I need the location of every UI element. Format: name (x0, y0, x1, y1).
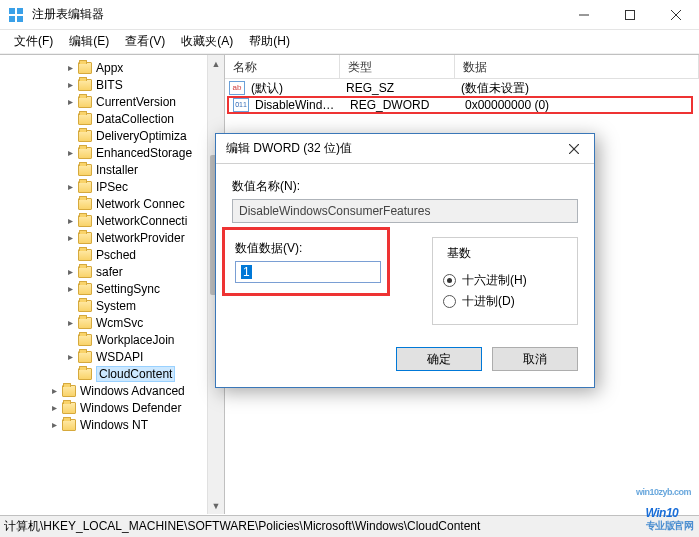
tree-item[interactable]: ▸CurrentVersion (0, 93, 224, 110)
tree-item[interactable]: ▸Windows Defender (0, 399, 224, 416)
col-name[interactable]: 名称 (225, 55, 340, 78)
tree-item[interactable]: ▸safer (0, 263, 224, 280)
radix-dec-label: 十进制(D) (462, 293, 515, 310)
tree-item[interactable]: ▸WSDAPI (0, 348, 224, 365)
svg-rect-3 (17, 16, 23, 22)
close-icon (671, 10, 681, 20)
dialog-titlebar: 编辑 DWORD (32 位)值 (216, 134, 594, 164)
tree-item[interactable]: CloudContent (0, 365, 224, 382)
dialog-close-button[interactable] (554, 134, 594, 164)
ok-button[interactable]: 确定 (396, 347, 482, 371)
tree-label: Appx (96, 61, 123, 75)
tree-label: CloudContent (96, 366, 175, 382)
scroll-down-icon[interactable]: ▼ (208, 497, 224, 514)
col-data[interactable]: 数据 (455, 55, 699, 78)
watermark: win10zyb.com Win10 专业版官网 (646, 497, 694, 533)
tree-label: DataCollection (96, 112, 174, 126)
menu-view[interactable]: 查看(V) (117, 31, 173, 52)
tree-label: IPSec (96, 180, 128, 194)
folder-icon (78, 300, 92, 312)
close-button[interactable] (653, 0, 699, 29)
tree-label: WorkplaceJoin (96, 333, 174, 347)
minimize-button[interactable] (561, 0, 607, 29)
radio-icon (443, 295, 456, 308)
col-type[interactable]: 类型 (340, 55, 455, 78)
tree-item[interactable]: DeliveryOptimiza (0, 127, 224, 144)
tree-item[interactable]: ▸SettingSync (0, 280, 224, 297)
folder-icon (78, 130, 92, 142)
folder-icon (62, 385, 76, 397)
folder-icon (78, 368, 92, 380)
expand-icon[interactable]: ▸ (64, 317, 76, 328)
tree-item[interactable]: ▸NetworkConnecti (0, 212, 224, 229)
tree-label: System (96, 299, 136, 313)
cell-data: (数值未设置) (455, 80, 699, 97)
folder-icon (78, 113, 92, 125)
maximize-button[interactable] (607, 0, 653, 29)
dword-value-icon: 011 (233, 98, 249, 112)
radix-hex-label: 十六进制(H) (462, 272, 527, 289)
expand-icon[interactable]: ▸ (64, 215, 76, 226)
cancel-button[interactable]: 取消 (492, 347, 578, 371)
list-row[interactable]: ab(默认)REG_SZ(数值未设置) (225, 79, 699, 97)
expand-icon[interactable]: ▸ (64, 79, 76, 90)
svg-rect-5 (626, 10, 635, 19)
title-bar: 注册表编辑器 (0, 0, 699, 30)
expand-icon[interactable]: ▸ (48, 385, 60, 396)
tree-item[interactable]: ▸BITS (0, 76, 224, 93)
close-icon (569, 144, 579, 154)
folder-icon (78, 266, 92, 278)
tree-item[interactable]: ▸IPSec (0, 178, 224, 195)
radix-hex-option[interactable]: 十六进制(H) (443, 272, 567, 289)
dialog-buttons: 确定 取消 (232, 347, 578, 371)
tree-item[interactable]: Psched (0, 246, 224, 263)
cell-data: 0x00000000 (0) (459, 98, 691, 112)
menu-favorites[interactable]: 收藏夹(A) (173, 31, 241, 52)
value-name-label: 数值名称(N): (232, 178, 578, 195)
expand-icon[interactable]: ▸ (64, 62, 76, 73)
expand-icon[interactable]: ▸ (48, 419, 60, 430)
folder-icon (78, 351, 92, 363)
tree-label: BITS (96, 78, 123, 92)
tree-item[interactable]: WorkplaceJoin (0, 331, 224, 348)
expand-icon[interactable]: ▸ (64, 96, 76, 107)
tree-pane: ▸Appx▸BITS▸CurrentVersionDataCollectionD… (0, 55, 225, 514)
menu-bar: 文件(F) 编辑(E) 查看(V) 收藏夹(A) 帮助(H) (0, 30, 699, 54)
scroll-up-icon[interactable]: ▲ (208, 55, 224, 72)
tree-item[interactable]: ▸WcmSvc (0, 314, 224, 331)
tree-label: DeliveryOptimiza (96, 129, 187, 143)
tree-item[interactable]: ▸NetworkProvider (0, 229, 224, 246)
tree-label: CurrentVersion (96, 95, 176, 109)
tree-item[interactable]: Network Connec (0, 195, 224, 212)
folder-icon (78, 164, 92, 176)
registry-tree[interactable]: ▸Appx▸BITS▸CurrentVersionDataCollectionD… (0, 55, 224, 437)
tree-item[interactable]: ▸Windows Advanced (0, 382, 224, 399)
tree-item[interactable]: DataCollection (0, 110, 224, 127)
expand-icon[interactable]: ▸ (64, 266, 76, 277)
menu-edit[interactable]: 编辑(E) (61, 31, 117, 52)
menu-file[interactable]: 文件(F) (6, 31, 61, 52)
radix-dec-option[interactable]: 十进制(D) (443, 293, 567, 310)
expand-icon[interactable]: ▸ (64, 147, 76, 158)
tree-label: EnhancedStorage (96, 146, 192, 160)
value-data-input[interactable]: 1 (235, 261, 381, 283)
tree-item[interactable]: System (0, 297, 224, 314)
list-row[interactable]: 011DisableWindo...REG_DWORD0x00000000 (0… (227, 96, 693, 114)
radix-fieldset: 基数 十六进制(H) 十进制(D) (432, 237, 578, 325)
expand-icon[interactable]: ▸ (64, 283, 76, 294)
tree-item[interactable]: Installer (0, 161, 224, 178)
expand-icon[interactable]: ▸ (48, 402, 60, 413)
tree-label: Windows NT (80, 418, 148, 432)
folder-icon (78, 334, 92, 346)
menu-help[interactable]: 帮助(H) (241, 31, 298, 52)
value-data-label: 数值数据(V): (235, 240, 377, 257)
expand-icon[interactable]: ▸ (64, 232, 76, 243)
status-path: 计算机\HKEY_LOCAL_MACHINE\SOFTWARE\Policies… (4, 518, 480, 535)
expand-icon[interactable]: ▸ (64, 181, 76, 192)
expand-icon[interactable]: ▸ (64, 351, 76, 362)
tree-item[interactable]: ▸Appx (0, 59, 224, 76)
dialog-title: 编辑 DWORD (32 位)值 (226, 140, 554, 157)
tree-item[interactable]: ▸EnhancedStorage (0, 144, 224, 161)
tree-item[interactable]: ▸Windows NT (0, 416, 224, 433)
tree-label: WSDAPI (96, 350, 143, 364)
